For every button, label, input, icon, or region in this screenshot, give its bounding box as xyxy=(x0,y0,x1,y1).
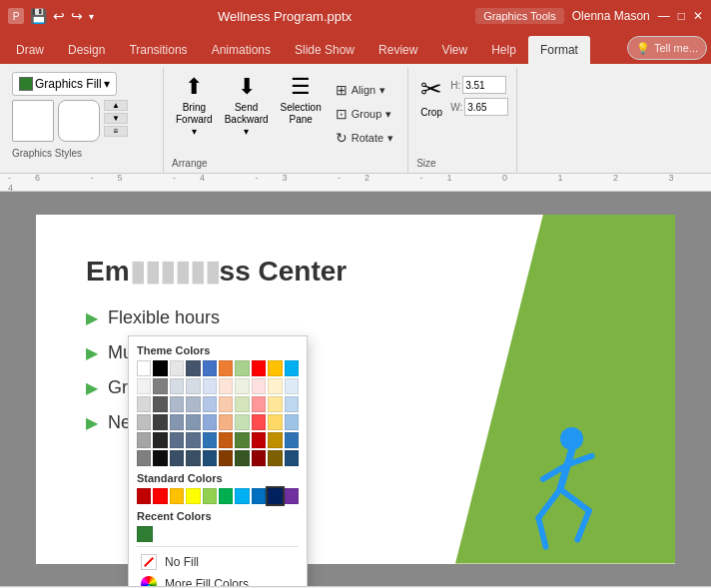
svg-line-3 xyxy=(538,517,545,546)
theme-swatch-9[interactable] xyxy=(285,360,299,376)
height-input[interactable] xyxy=(462,76,506,94)
send-backward-btn[interactable]: ⬇ SendBackward ▾ xyxy=(221,72,273,156)
more-fill-colors-option[interactable]: More Fill Colors... xyxy=(137,573,299,586)
shade-swatch[interactable] xyxy=(203,378,217,394)
maximize-btn[interactable]: □ xyxy=(678,9,685,23)
standard-colors-label: Standard Colors xyxy=(137,472,299,484)
shape-preview-rounded[interactable] xyxy=(58,100,100,142)
crop-btn[interactable]: ✂ Crop xyxy=(416,72,446,120)
align-btn[interactable]: ⊞ Align ▾ xyxy=(330,79,399,101)
document-title: Wellness Program.pptx xyxy=(94,9,475,24)
std-swatch-4[interactable] xyxy=(203,488,217,504)
selection-pane-icon: ☰ xyxy=(291,74,311,100)
svg-line-2 xyxy=(538,489,560,518)
shade-swatch[interactable] xyxy=(285,378,299,394)
tell-me-input[interactable]: 💡 Tell me... xyxy=(627,36,707,60)
theme-shades-3 xyxy=(137,414,299,430)
ribbon: Graphics Fill ▾ ▲ ▼ ≡ Graphics Styles ⬆ … xyxy=(0,64,711,174)
theme-swatch-8[interactable] xyxy=(268,360,282,376)
divider-1 xyxy=(137,546,299,547)
recent-swatch[interactable] xyxy=(137,526,153,542)
more-btn[interactable]: ≡ xyxy=(104,126,128,137)
arrange-content: ⬆ BringForward ▾ ⬇ SendBackward ▾ ☰ Sele… xyxy=(172,72,399,156)
shape-scroll-btns: ▲ ▼ ≡ xyxy=(104,100,128,142)
width-input[interactable] xyxy=(464,98,508,116)
bring-forward-icon: ⬆ xyxy=(185,74,203,100)
shape-preview-rect[interactable] xyxy=(12,100,54,142)
shade-swatch[interactable] xyxy=(252,378,266,394)
size-inputs: H: W: xyxy=(450,76,508,116)
tab-format[interactable]: Format xyxy=(528,36,590,64)
color-dropdown: Theme Colors xyxy=(128,335,308,586)
no-fill-option[interactable]: No Fill xyxy=(137,551,299,573)
graphics-styles-label: Graphics Styles xyxy=(12,146,155,159)
tab-transitions[interactable]: Transitions xyxy=(117,36,199,64)
std-swatch-7[interactable] xyxy=(252,488,266,504)
theme-swatch-2[interactable] xyxy=(170,360,184,376)
graphics-tools-label: Graphics Tools xyxy=(475,8,564,24)
theme-swatch-3[interactable] xyxy=(186,360,200,376)
graphics-styles-group: Graphics Fill ▾ ▲ ▼ ≡ Graphics Styles xyxy=(4,68,164,173)
redo-icon[interactable]: ↪ xyxy=(71,8,83,24)
arrange-group: ⬆ BringForward ▾ ⬇ SendBackward ▾ ☰ Sele… xyxy=(164,68,408,173)
theme-swatch-1[interactable] xyxy=(153,360,167,376)
tab-draw[interactable]: Draw xyxy=(4,36,56,64)
std-swatch-9[interactable] xyxy=(285,488,299,504)
svg-line-4 xyxy=(560,489,589,511)
bullet-arrow-3: ▶ xyxy=(86,378,98,397)
ribbon-tabs-row: Draw Design Transitions Animations Slide… xyxy=(0,32,711,64)
bullet-arrow-4: ▶ xyxy=(86,413,98,432)
theme-swatch-4[interactable] xyxy=(203,360,217,376)
theme-swatch-5[interactable] xyxy=(219,360,233,376)
undo-icon[interactable]: ↩ xyxy=(53,8,65,24)
theme-swatch-7[interactable] xyxy=(252,360,266,376)
std-swatch-5[interactable] xyxy=(219,488,233,504)
shade-swatch[interactable] xyxy=(170,378,184,394)
shade-swatch[interactable] xyxy=(153,378,167,394)
shade-swatch[interactable] xyxy=(186,378,200,394)
tab-help[interactable]: Help xyxy=(479,36,528,64)
bring-forward-btn[interactable]: ⬆ BringForward ▾ xyxy=(172,72,217,156)
group-btn[interactable]: ⊡ Group ▾ xyxy=(330,103,399,125)
std-swatch-2[interactable] xyxy=(170,488,184,504)
dropdown-arrow: ▾ xyxy=(104,77,110,91)
tab-design[interactable]: Design xyxy=(56,36,117,64)
size-content: ✂ Crop H: W: xyxy=(416,72,508,156)
standard-colors-row xyxy=(137,488,299,504)
content-area: Em▮▮▮▮▮▮ss Center ▶ Flexible hours ▶ Mul… xyxy=(0,192,711,586)
save-icon[interactable]: 💾 xyxy=(30,8,47,24)
theme-swatch-6[interactable] xyxy=(235,360,249,376)
tab-animations[interactable]: Animations xyxy=(200,36,283,64)
theme-shades-2 xyxy=(137,396,299,412)
std-swatch-1[interactable] xyxy=(153,488,167,504)
tab-review[interactable]: Review xyxy=(366,36,429,64)
minimize-btn[interactable]: — xyxy=(658,9,670,23)
std-swatch-6[interactable] xyxy=(235,488,249,504)
selection-pane-btn[interactable]: ☰ SelectionPane xyxy=(277,72,326,156)
bullet-1: ▶ Flexible hours xyxy=(86,307,347,328)
shade-swatch[interactable] xyxy=(235,378,249,394)
shade-swatch[interactable] xyxy=(219,378,233,394)
title-bar-left: P 💾 ↩ ↪ ▾ xyxy=(8,8,94,24)
recent-colors-label: Recent Colors xyxy=(137,510,299,522)
theme-shades-4 xyxy=(137,432,299,448)
svg-line-5 xyxy=(577,510,589,539)
shade-swatch[interactable] xyxy=(268,378,282,394)
std-swatch-3[interactable] xyxy=(186,488,200,504)
lightbulb-icon: 💡 xyxy=(636,42,650,55)
theme-swatch-0[interactable] xyxy=(137,360,151,376)
close-btn[interactable]: ✕ xyxy=(693,9,703,23)
shade-swatch[interactable] xyxy=(137,378,151,394)
rotate-btn[interactable]: ↻ Rotate ▾ xyxy=(330,127,399,149)
user-name: Olenna Mason xyxy=(572,9,650,23)
slide-title: Em▮▮▮▮▮▮ss Center xyxy=(86,255,347,288)
graphics-fill-button[interactable]: Graphics Fill ▾ xyxy=(12,72,117,96)
std-swatch-8[interactable] xyxy=(268,488,282,504)
title-bar-right: Graphics Tools Olenna Mason — □ ✕ xyxy=(475,8,703,24)
fill-color-preview xyxy=(19,77,33,91)
std-swatch-0[interactable] xyxy=(137,488,151,504)
tab-view[interactable]: View xyxy=(429,36,479,64)
scroll-down-btn[interactable]: ▼ xyxy=(104,113,128,124)
scroll-up-btn[interactable]: ▲ xyxy=(104,100,128,111)
tab-slideshow[interactable]: Slide Show xyxy=(283,36,366,64)
